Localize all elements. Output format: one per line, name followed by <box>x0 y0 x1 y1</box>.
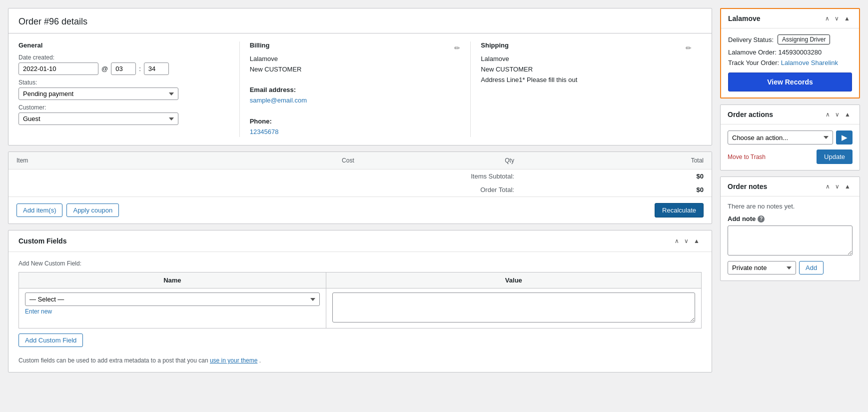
no-notes-text: There are no notes yet. <box>728 202 853 210</box>
shipping-edit-icon[interactable]: ✏ <box>686 44 692 52</box>
custom-fields-title: Custom Fields <box>18 237 673 245</box>
subtotal-row: Items Subtotal: $0 <box>8 170 712 184</box>
order-actions-title: Order actions <box>728 110 824 118</box>
status-select-wrapper: Pending payment Processing On hold Compl… <box>18 88 229 100</box>
shipping-address-note: Address Line1* Please fill this out <box>481 75 692 86</box>
date-label: Date created: <box>18 54 229 61</box>
apply-coupon-button[interactable]: Apply coupon <box>66 204 119 217</box>
update-button[interactable]: Update <box>817 150 853 164</box>
custom-fields-table: Name Value — Select — Enter new <box>18 272 702 328</box>
add-items-button[interactable]: Add item(s) <box>16 204 62 217</box>
subtotal-value: $0 <box>522 170 712 184</box>
lalamove-pin[interactable]: ▲ <box>842 14 852 23</box>
custom-fields-pin[interactable]: ▲ <box>692 236 702 246</box>
order-actions-pin[interactable]: ▲ <box>843 110 853 119</box>
enter-new-link[interactable]: Enter new <box>25 308 52 315</box>
custom-fields-collapse-up[interactable]: ∧ <box>673 236 681 246</box>
order-details-panel: Order #96 details General Date created: … <box>8 8 712 146</box>
order-actions-collapse-down[interactable]: ∨ <box>833 110 842 119</box>
shipping-customer-type: New CUSTOMER <box>481 64 692 75</box>
customer-select-wrapper: Guest <box>18 112 229 125</box>
subtotal-label: Items Subtotal: <box>8 170 522 184</box>
billing-phone-value: 12345678 <box>250 127 461 138</box>
general-heading: General <box>18 42 229 49</box>
lalamove-panel: Lalamove ∧ ∨ ▲ Delivery Status: Assignin… <box>720 8 860 98</box>
status-select[interactable]: Pending payment Processing On hold Compl… <box>18 88 178 100</box>
items-table: Item Cost Qty Total Items Subtotal: $0 O… <box>8 152 712 196</box>
order-total-label: Order Total: <box>8 183 522 196</box>
action-go-button[interactable]: ▶ <box>836 130 853 144</box>
add-new-custom-field-label: Add New Custom Field: <box>18 260 702 267</box>
custom-fields-controls: ∧ ∨ ▲ <box>673 236 702 246</box>
order-notes-collapse-down[interactable]: ∨ <box>833 182 842 191</box>
cf-note: Custom fields can be used to add extra m… <box>18 357 702 364</box>
billing-section: Billing ✏ Lalamove New CUSTOMER Email ad… <box>239 42 471 137</box>
shipping-header: Shipping ✏ <box>481 42 692 54</box>
cf-name-cell: — Select — Enter new <box>19 288 326 328</box>
cf-name-select[interactable]: — Select — <box>25 292 320 306</box>
lalamove-panel-body: Delivery Status: Assigning Driver Lalamo… <box>721 28 859 98</box>
status-label: Status: <box>18 79 229 86</box>
order-actions-panel: Order actions ∧ ∨ ▲ Choose an action... … <box>720 104 860 170</box>
action-select[interactable]: Choose an action... <box>728 130 833 144</box>
add-note-help-icon[interactable]: ? <box>758 216 765 222</box>
order-actions-body: Choose an action... ▶ Move to Trash Upda… <box>721 124 860 170</box>
lalamove-order-row: Lalamove Order: 145930003280 <box>728 48 852 56</box>
custom-fields-body: Add New Custom Field: Name Value — Selec… <box>8 252 712 372</box>
recalculate-button[interactable]: Recalculate <box>655 203 704 218</box>
delivery-status-label: Delivery Status: <box>728 36 774 44</box>
cf-value-textarea[interactable] <box>332 292 695 322</box>
lalamove-order-value: 145930003280 <box>778 48 822 56</box>
add-custom-field-button[interactable]: Add Custom Field <box>18 334 83 347</box>
customer-select[interactable]: Guest <box>18 112 178 125</box>
custom-fields-collapse-down[interactable]: ∨ <box>682 236 691 246</box>
view-records-button[interactable]: View Records <box>728 72 852 92</box>
billing-customer-type: New CUSTOMER <box>250 64 461 75</box>
col-cost-header: Cost <box>183 152 362 170</box>
cf-note-link[interactable]: use in your theme <box>210 357 257 364</box>
lalamove-controls: ∧ ∨ ▲ <box>823 14 852 23</box>
delivery-status-badge: Assigning Driver <box>778 34 830 44</box>
custom-fields-panel: Custom Fields ∧ ∨ ▲ Add New Custom Field… <box>8 230 712 372</box>
shipping-info: Lalamove New CUSTOMER Address Line1* Ple… <box>481 54 692 85</box>
lalamove-collapse-down[interactable]: ∨ <box>833 14 841 23</box>
at-symbol: @ <box>101 65 108 72</box>
lalamove-panel-header: Lalamove ∧ ∨ ▲ <box>721 9 859 28</box>
track-order-link[interactable]: Lalamove Sharelink <box>781 59 838 66</box>
note-textarea[interactable] <box>728 226 853 256</box>
cf-value-col-header: Value <box>326 272 701 288</box>
order-meta-section: General Date created: @ : Status: <box>8 34 712 145</box>
sidebar: Lalamove ∧ ∨ ▲ Delivery Status: Assignin… <box>720 8 860 404</box>
track-order-row: Track Your Order: Lalamove Sharelink <box>728 59 852 66</box>
shipping-heading: Shipping <box>481 42 686 49</box>
order-actions-controls: ∧ ∨ ▲ <box>824 110 853 119</box>
customer-label: Customer: <box>18 104 229 111</box>
order-notes-panel: Order notes ∧ ∨ ▲ There are no notes yet… <box>720 176 860 281</box>
order-notes-title: Order notes <box>728 182 824 190</box>
action-select-row: Choose an action... ▶ <box>728 130 853 144</box>
add-note-button[interactable]: Add <box>799 261 824 274</box>
col-item-header: Item <box>8 152 183 170</box>
status-field-row: Status: Pending payment Processing On ho… <box>18 79 229 100</box>
order-notes-pin[interactable]: ▲ <box>843 182 853 191</box>
hour-input[interactable] <box>111 62 136 75</box>
order-actions-collapse-up[interactable]: ∧ <box>824 110 832 119</box>
move-to-trash-link[interactable]: Move to Trash <box>728 154 766 160</box>
delivery-status-row: Delivery Status: Assigning Driver <box>728 34 852 44</box>
billing-edit-icon[interactable]: ✏ <box>454 44 460 52</box>
billing-email-value: sample@email.com <box>250 96 461 106</box>
billing-email-label: Email address: <box>250 85 461 96</box>
date-input[interactable] <box>18 62 98 75</box>
shipping-name: Lalamove <box>481 54 692 64</box>
col-qty-header: Qty <box>362 152 522 170</box>
minute-input[interactable] <box>144 62 169 75</box>
cf-note-end: . <box>259 357 261 364</box>
lalamove-collapse-up[interactable]: ∧ <box>823 14 832 23</box>
order-notes-collapse-up[interactable]: ∧ <box>824 182 832 191</box>
customer-field-row: Customer: Guest <box>18 104 229 125</box>
order-total-value: $0 <box>522 183 712 196</box>
note-type-select[interactable]: Private note Note to customer <box>728 261 796 274</box>
add-note-label: Add note ? <box>728 215 853 222</box>
items-panel: Item Cost Qty Total Items Subtotal: $0 O… <box>8 152 712 224</box>
billing-heading: Billing <box>250 42 455 49</box>
